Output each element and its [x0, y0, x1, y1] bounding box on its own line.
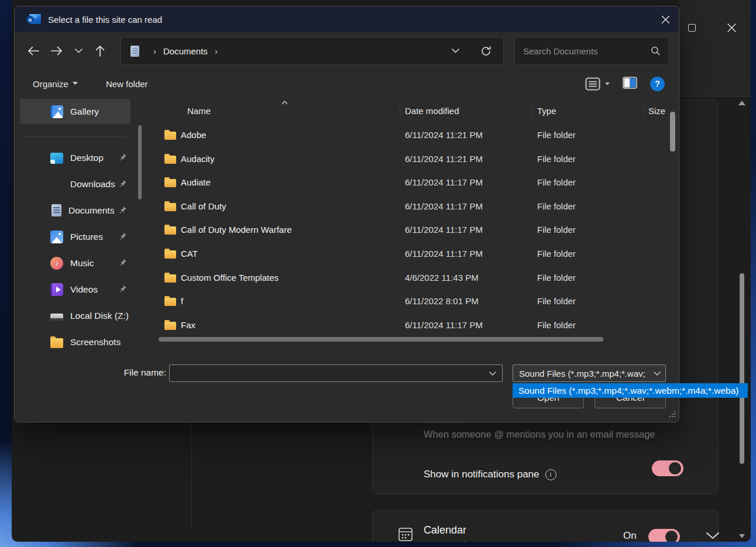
sidebar-item[interactable]: Music [15, 250, 149, 276]
file-row[interactable]: Custom Office Templates 4/6/2022 11:43 P… [150, 267, 680, 291]
sidebar-item-label: Local Disk (Z:) [70, 311, 129, 321]
recent-locations-chevron[interactable] [68, 40, 88, 61]
chevron-down-icon [73, 82, 78, 85]
sidebar-item[interactable]: Downloads [15, 171, 149, 197]
sort-ascending-icon [281, 97, 288, 107]
sidebar-item-label: Videos [70, 284, 98, 295]
new-folder-button[interactable]: New folder [106, 79, 148, 89]
sidebar-item-gallery[interactable]: Gallery [20, 99, 130, 124]
address-bar[interactable]: › Documents › [121, 37, 504, 65]
calendar-subtitle: Event reminders [424, 539, 487, 542]
calendar-state-label: On [623, 530, 637, 542]
column-divider[interactable] [400, 101, 400, 118]
address-dropdown-chevron[interactable] [452, 49, 459, 53]
search-input[interactable] [523, 46, 651, 56]
folder-icon [164, 156, 176, 164]
breadcrumb-documents[interactable]: Documents [163, 46, 208, 56]
file-name: Custom Office Templates [181, 273, 279, 283]
column-header-size[interactable]: Size [648, 106, 665, 116]
sidebar-item[interactable]: Pictures [15, 223, 149, 250]
close-icon [661, 15, 670, 24]
calendar-toggle[interactable] [648, 529, 680, 542]
file-name-combobox[interactable] [169, 364, 503, 382]
expand-chevron-icon[interactable] [705, 531, 720, 541]
file-type: File folder [537, 130, 576, 140]
pin-icon [118, 284, 127, 295]
list-vertical-scrollbar-thumb[interactable] [670, 112, 675, 152]
sidebar-item[interactable]: Desktop [15, 145, 149, 171]
folder-icon [164, 298, 176, 306]
mentions-description: When someone @ mentions you in an email … [424, 429, 655, 440]
sidebar-item[interactable]: Videos [15, 276, 149, 302]
dialog-titlebar[interactable]: o Select a file this site can read [15, 6, 679, 32]
column-header-type[interactable]: Type [537, 106, 556, 116]
file-date-modified: 4/6/2022 11:43 PM [405, 273, 479, 283]
notifications-toggle[interactable] [652, 460, 683, 476]
column-divider[interactable] [644, 101, 644, 118]
sidebar-scrollbar[interactable] [138, 125, 142, 291]
file-picker-dialog: o Select a file this site can read › Doc… [14, 6, 679, 422]
file-row[interactable]: Fax 6/11/2024 11:17 PM File folder [150, 314, 680, 338]
sidebar-item-icon [50, 231, 63, 243]
sidebar-item[interactable]: Local Disk (Z:) [15, 302, 149, 329]
toggle-knob [665, 531, 678, 542]
refresh-icon[interactable] [480, 46, 492, 57]
chevron-down-icon[interactable] [489, 371, 496, 376]
file-type: File folder [537, 273, 576, 283]
organize-button[interactable]: Organize [33, 79, 78, 89]
calendar-icon [398, 527, 413, 542]
new-folder-label: New folder [106, 79, 148, 89]
chevron-down-icon [605, 82, 610, 85]
column-divider[interactable] [531, 101, 532, 118]
file-row[interactable]: Call of Duty 6/11/2024 11:17 PM File fol… [150, 195, 680, 219]
close-icon [727, 23, 737, 33]
breadcrumb-separator: › [153, 46, 156, 56]
file-row[interactable]: Adobe 6/11/2024 11:21 PM File folder [150, 124, 680, 148]
back-button[interactable] [22, 40, 45, 61]
sidebar-item-icon [50, 338, 63, 348]
file-type-select[interactable]: Sound Files (*.mp3;*.mp4;*.wav; [513, 364, 666, 382]
sidebar-item[interactable]: Documents [15, 197, 149, 223]
scroll-up-arrow[interactable] [738, 101, 745, 105]
file-name: Call of Duty Modern Warfare [181, 225, 292, 235]
pin-icon [118, 232, 127, 243]
column-header-date-modified[interactable]: Date modified [405, 106, 459, 116]
pin-icon [118, 258, 127, 269]
forward-button[interactable] [45, 40, 68, 61]
breadcrumb-separator: › [215, 46, 218, 56]
file-name-input[interactable] [170, 369, 489, 379]
search-box[interactable] [514, 37, 669, 65]
up-button[interactable] [88, 40, 112, 61]
sidebar-scrollbar-thumb[interactable] [138, 125, 142, 199]
file-row[interactable]: Audacity 6/11/2024 11:21 PM File folder [150, 148, 680, 172]
folder-icon [164, 274, 176, 283]
resize-grip[interactable] [668, 410, 676, 421]
dialog-close-button[interactable] [655, 9, 675, 29]
file-row[interactable]: f 6/11/2022 8:01 PM File folder [150, 290, 680, 314]
file-row[interactable]: Call of Duty Modern Warfare 6/11/2024 11… [150, 219, 680, 243]
file-type: File folder [537, 225, 576, 235]
file-name: Fax [181, 320, 195, 330]
sidebar-item-icon [51, 204, 61, 216]
help-button[interactable]: ? [650, 77, 665, 91]
preview-pane-button[interactable] [623, 77, 637, 91]
file-row[interactable]: CAT 6/11/2024 11:17 PM File folder [150, 243, 680, 267]
navigation-sidebar: Gallery Desktop Downloads [15, 98, 149, 349]
list-horizontal-scrollbar-thumb[interactable] [159, 337, 603, 342]
file-row[interactable]: Audiate 6/11/2024 11:17 PM File folder [150, 171, 680, 195]
window-close-button[interactable] [721, 18, 742, 37]
sidebar-item[interactable]: Screenshots [15, 329, 149, 349]
settings-scrollbar-thumb[interactable] [740, 273, 744, 464]
file-type-dropdown-option[interactable]: Sound Files (*.mp3;*.mp4;*.wav;*.webm;*.… [513, 383, 748, 398]
info-icon[interactable]: i [545, 469, 556, 480]
column-header-name[interactable]: Name [187, 106, 211, 116]
maximize-button[interactable] [681, 18, 702, 37]
file-name-label: File name: [85, 367, 166, 378]
view-mode-button[interactable] [585, 77, 610, 91]
preview-pane-icon [623, 77, 637, 89]
dialog-toolbar: Organize New folder ? [15, 70, 679, 98]
scroll-down-arrow[interactable] [739, 534, 745, 538]
file-name: Audiate [181, 177, 211, 187]
file-type: File folder [537, 177, 576, 187]
gallery-icon [50, 105, 63, 118]
